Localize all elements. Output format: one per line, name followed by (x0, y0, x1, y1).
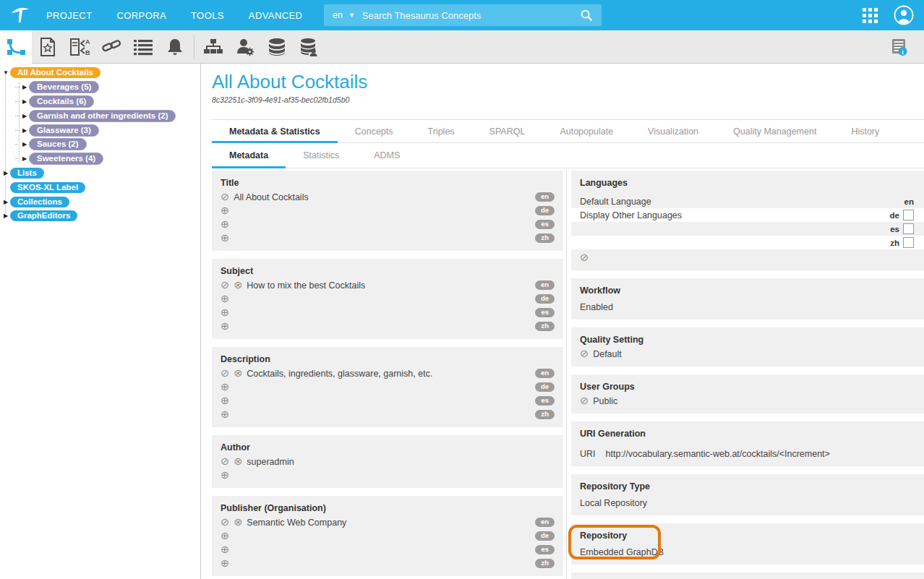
tree-expander-icon[interactable]: ▶ (20, 155, 29, 162)
lang-checkbox-zh[interactable] (903, 237, 914, 248)
tree-expander-icon[interactable]: ▶ (1, 199, 10, 205)
tab-quality-management[interactable]: Quality Management (716, 120, 834, 142)
tree-item-sauces[interactable]: Sauces (2) (29, 138, 87, 150)
tree-expander-icon[interactable]: ▶ (1, 170, 10, 176)
tree-expander-icon[interactable]: ▶ (20, 127, 29, 134)
edit-icon[interactable]: ⊘ (221, 368, 229, 379)
nav-project[interactable]: PROJECT (46, 10, 92, 21)
add-icon[interactable]: ⊕ (221, 293, 229, 304)
info-panel-button[interactable]: i (884, 30, 915, 64)
publisher-row-es: ⊕ es (221, 543, 555, 557)
tab-autopopulate[interactable]: Autopopulate (542, 120, 630, 142)
add-icon[interactable]: ⊕ (221, 233, 229, 244)
chevron-down-icon[interactable]: ▼ (348, 12, 362, 19)
concept-tree-button[interactable] (0, 30, 32, 64)
add-icon[interactable]: ⊕ (221, 409, 229, 420)
tree-item-sweeteners[interactable]: Sweeteners (4) (29, 153, 103, 165)
section-header: Author (221, 440, 555, 455)
section-header: Languages (580, 176, 915, 190)
add-icon[interactable]: ⊕ (221, 321, 229, 332)
tree-item-project-root[interactable]: All About Cocktails (10, 67, 100, 78)
remove-icon[interactable]: ⊗ (234, 517, 242, 528)
tree-item-beverages[interactable]: Beverages (5) (29, 81, 99, 93)
tree-expander-icon[interactable]: ▼ (1, 69, 10, 76)
search-button[interactable] (571, 9, 602, 22)
tree-item-garnish[interactable]: Garnish and other ingredients (2) (29, 110, 176, 122)
edit-icon[interactable]: ⊘ (221, 517, 229, 528)
notifications-button[interactable] (159, 30, 191, 64)
tab-metadata-statistics[interactable]: Metadata & Statistics (212, 120, 338, 142)
poolparty-logo[interactable] (0, 4, 40, 26)
nav-advanced[interactable]: ADVANCED (249, 10, 302, 21)
concept-tree-icon (6, 38, 26, 56)
subtab-adms[interactable]: ADMS (356, 143, 417, 168)
tab-visualization[interactable]: Visualization (630, 120, 716, 142)
settings-column: Languages Default Language en Display Ot… (566, 171, 924, 579)
edit-icon[interactable]: ⊘ (580, 348, 589, 359)
lang-badge-de: de (535, 206, 555, 215)
add-icon[interactable]: ⊕ (221, 307, 229, 318)
search-language-select[interactable]: en (324, 10, 348, 20)
tree-item-skos-xl-label[interactable]: SKOS-XL Label (10, 182, 85, 193)
top-nav: PROJECT CORPORA TOOLS ADVANCED (46, 10, 302, 21)
tree-expander-icon[interactable]: ▶ (1, 213, 10, 219)
add-icon[interactable]: ⊕ (221, 531, 229, 541)
nav-tools[interactable]: TOOLS (191, 10, 224, 21)
remove-icon[interactable]: ⊗ (234, 456, 242, 467)
remove-icon[interactable]: ⊗ (234, 368, 242, 379)
sitemap-button[interactable] (197, 30, 229, 64)
edit-icon[interactable]: ⊘ (580, 252, 589, 263)
user-groups-section: User Groups ⊘ Public (571, 374, 924, 413)
search-input[interactable] (362, 10, 571, 21)
document-star-button[interactable] (32, 30, 64, 64)
topbar: PROJECT CORPORA TOOLS ADVANCED en ▼ (0, 0, 924, 30)
edit-icon[interactable]: ⊘ (221, 192, 229, 202)
tree-item-glassware[interactable]: Glassware (3) (29, 124, 99, 137)
lang-badge-zh: zh (535, 233, 555, 243)
lang-checkbox-es[interactable] (903, 223, 914, 234)
add-icon[interactable]: ⊕ (221, 558, 229, 569)
metadata-column: Title ⊘ All About Cocktails en ⊕ de ⊕ es (212, 171, 563, 579)
tree-expander-icon[interactable]: ▶ (20, 84, 29, 90)
list-button[interactable] (127, 30, 159, 64)
edit-icon[interactable]: ⊘ (221, 280, 229, 291)
add-icon[interactable]: ⊕ (221, 382, 229, 393)
apps-grid-icon[interactable] (863, 8, 878, 23)
tab-history[interactable]: History (834, 120, 897, 142)
link-button[interactable] (95, 30, 127, 64)
project-uuid: 8c32251c-3f09-4e91-af35-bec02fb1d5b0 (212, 95, 924, 104)
tree-item-lists[interactable]: Lists (10, 168, 44, 179)
add-icon[interactable]: ⊕ (221, 205, 229, 216)
tab-sparql[interactable]: SPARQL (472, 120, 543, 142)
translate-document-button[interactable]: A B (64, 30, 95, 64)
add-icon[interactable]: ⊕ (221, 470, 229, 481)
remove-icon[interactable]: ⊗ (234, 280, 242, 291)
edit-icon[interactable]: ⊘ (580, 395, 589, 406)
add-icon[interactable]: ⊕ (221, 219, 229, 230)
nav-corpora[interactable]: CORPORA (116, 10, 166, 21)
add-icon[interactable]: ⊕ (221, 395, 229, 406)
lang-checkbox-de[interactable] (903, 210, 914, 220)
subtab-statistics[interactable]: Statistics (286, 143, 356, 168)
tree-expander-icon[interactable]: ▶ (20, 141, 29, 147)
tab-concepts[interactable]: Concepts (338, 120, 411, 142)
user-settings-button[interactable] (229, 30, 261, 64)
subtab-metadata[interactable]: Metadata (212, 143, 286, 168)
title-row-zh: ⊕ zh (221, 231, 555, 245)
user-avatar-icon[interactable] (894, 5, 914, 25)
main-tabbar: Metadata & Statistics Concepts Triples S… (212, 119, 924, 143)
tree-item-cocktails[interactable]: Cocktails (6) (29, 95, 94, 108)
add-icon[interactable]: ⊕ (221, 544, 229, 555)
document-star-icon (40, 38, 56, 56)
tree-expander-icon[interactable]: ▶ (20, 98, 29, 105)
edit-icon[interactable]: ⊘ (221, 456, 229, 467)
tree-item-collections[interactable]: Collections (10, 197, 69, 207)
tab-triples[interactable]: Triples (411, 120, 472, 142)
database-button[interactable] (261, 30, 293, 64)
publisher-row-en: ⊘ ⊗ Semantic Web Company en (221, 515, 555, 529)
server-user-button[interactable] (293, 30, 325, 64)
tree-item-grapheditors[interactable]: GraphEditors (10, 210, 77, 221)
tree-expander-icon[interactable]: ▶ (20, 113, 29, 119)
bell-icon (166, 38, 184, 56)
lang-badge-zh: zh (535, 410, 555, 419)
